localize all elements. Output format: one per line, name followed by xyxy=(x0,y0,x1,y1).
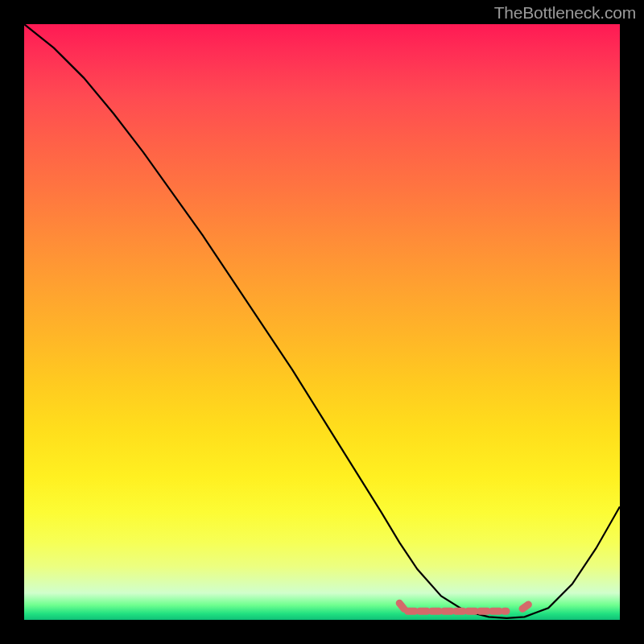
chart-svg xyxy=(24,24,620,620)
watermark-text: TheBottleneck.com xyxy=(494,3,636,23)
chart-line xyxy=(24,24,620,618)
optimal-band xyxy=(399,603,530,611)
chart-plot-area xyxy=(24,24,620,620)
